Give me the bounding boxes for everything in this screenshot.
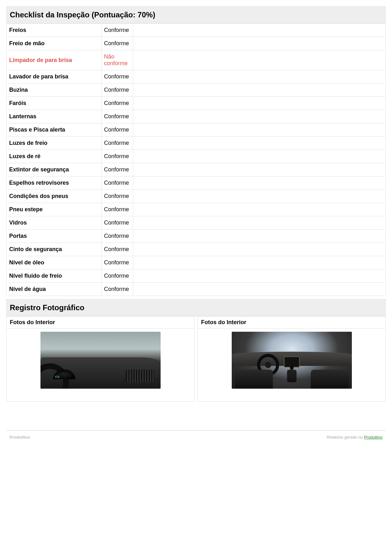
checklist-item-notes <box>133 256 386 269</box>
checklist-item-notes <box>133 137 386 150</box>
interior-photo-icon <box>232 332 352 389</box>
checklist-item-notes <box>133 190 386 203</box>
checklist-item-notes <box>133 123 386 137</box>
checklist-item-notes <box>133 176 386 190</box>
photo-title: Fotos do Interior <box>7 317 194 329</box>
photos-row: Fotos do Interior Fotos do Interior <box>6 316 386 402</box>
checklist-item-notes <box>133 243 386 256</box>
report-page: Checklist da Inspeção (Pontuação: 70%) F… <box>0 0 392 449</box>
checklist-item-notes <box>133 24 386 37</box>
checklist-item-name: Buzina <box>7 83 101 97</box>
checklist-row: Luzes de réConforme <box>7 150 386 163</box>
checklist-row: Limpador de para brisaNão conforme <box>7 50 386 70</box>
checklist-row: Piscas e Pisca alertaConforme <box>7 123 386 137</box>
checklist-row: BuzinaConforme <box>7 83 386 97</box>
footer-brand: Produttivo <box>9 435 30 440</box>
footer-generated: Relatório gerado no Produttivo <box>327 435 383 440</box>
checklist-item-status: Conforme <box>101 97 133 110</box>
checklist-item-status: Conforme <box>101 110 133 123</box>
checklist-row: Espelhos retrovisoresConforme <box>7 176 386 190</box>
checklist-item-notes <box>133 110 386 123</box>
photos-section: Registro Fotográfico Fotos do Interior F… <box>6 299 386 402</box>
checklist-item-status: Conforme <box>101 190 133 203</box>
checklist-item-status: Conforme <box>101 123 133 137</box>
checklist-row: FreiosConforme <box>7 24 386 37</box>
checklist-item-name: Piscas e Pisca alerta <box>7 123 101 137</box>
checklist-item-status: Conforme <box>101 243 133 256</box>
photos-header: Registro Fotográfico <box>6 299 386 316</box>
checklist-item-notes <box>133 216 386 230</box>
checklist-header: Checklist da Inspeção (Pontuação: 70%) <box>6 6 386 23</box>
checklist-row: Lavador de para brisaConforme <box>7 70 386 83</box>
checklist-item-name: Nível de óleo <box>7 256 101 269</box>
checklist-item-name: Condições dos pneus <box>7 190 101 203</box>
interior-photo-icon <box>40 332 161 389</box>
checklist-row: Nível de águaConforme <box>7 283 386 296</box>
checklist-item-name: Lavador de para brisa <box>7 70 101 83</box>
checklist-row: Nível fluido de freioConforme <box>7 269 386 283</box>
checklist-item-status: Não conforme <box>101 50 133 70</box>
checklist-row: Cinto de segurançaConforme <box>7 243 386 256</box>
checklist-row: VidrosConforme <box>7 216 386 230</box>
checklist-item-name: Cinto de segurança <box>7 243 101 256</box>
checklist-table: FreiosConformeFreio de mãoConformeLimpad… <box>6 23 386 296</box>
checklist-item-name: Vidros <box>7 216 101 230</box>
checklist-item-notes <box>133 37 386 50</box>
checklist-item-name: Luzes de ré <box>7 150 101 163</box>
checklist-item-name: Faróis <box>7 97 101 110</box>
checklist-row: Extintor de segurançaConforme <box>7 163 386 176</box>
checklist-item-status: Conforme <box>101 269 133 283</box>
checklist-item-notes <box>133 269 386 283</box>
report-footer: Produttivo Relatório gerado no Produttiv… <box>6 430 386 443</box>
checklist-row: FaróisConforme <box>7 97 386 110</box>
checklist-item-status: Conforme <box>101 24 133 37</box>
checklist-item-notes <box>133 230 386 243</box>
checklist-item-status: Conforme <box>101 216 133 230</box>
checklist-item-notes <box>133 150 386 163</box>
checklist-row: Condições dos pneusConforme <box>7 190 386 203</box>
checklist-item-notes <box>133 70 386 83</box>
checklist-item-status: Conforme <box>101 283 133 296</box>
checklist-item-notes <box>133 83 386 97</box>
checklist-row: PortasConforme <box>7 230 386 243</box>
checklist-row: Freio de mãoConforme <box>7 37 386 50</box>
checklist-item-name: Nível de água <box>7 283 101 296</box>
footer-link[interactable]: Produttivo <box>364 435 383 440</box>
checklist-item-name: Portas <box>7 230 101 243</box>
photo-body <box>7 329 194 401</box>
checklist-item-name: Extintor de segurança <box>7 163 101 176</box>
checklist-item-notes <box>133 97 386 110</box>
checklist-item-status: Conforme <box>101 70 133 83</box>
checklist-item-status: Conforme <box>101 83 133 97</box>
checklist-item-status: Conforme <box>101 137 133 150</box>
checklist-item-name: Freio de mão <box>7 37 101 50</box>
photo-body <box>198 329 385 401</box>
checklist-item-status: Conforme <box>101 203 133 216</box>
photo-cell: Fotos do Interior <box>198 316 386 402</box>
checklist-item-status: Conforme <box>101 256 133 269</box>
checklist-item-status: Conforme <box>101 230 133 243</box>
checklist-item-status: Conforme <box>101 176 133 190</box>
checklist-item-notes <box>133 163 386 176</box>
checklist-row: Luzes de freioConforme <box>7 137 386 150</box>
checklist-item-name: Espelhos retrovisores <box>7 176 101 190</box>
checklist-item-status: Conforme <box>101 163 133 176</box>
checklist-item-name: Limpador de para brisa <box>7 50 101 70</box>
checklist-row: Nível de óleoConforme <box>7 256 386 269</box>
footer-generated-prefix: Relatório gerado no <box>327 435 364 440</box>
checklist-item-notes <box>133 203 386 216</box>
checklist-row: LanternasConforme <box>7 110 386 123</box>
photo-cell: Fotos do Interior <box>6 316 194 402</box>
checklist-item-name: Luzes de freio <box>7 137 101 150</box>
checklist-item-name: Pneu estepe <box>7 203 101 216</box>
checklist-item-notes <box>133 50 386 70</box>
checklist-row: Pneu estepeConforme <box>7 203 386 216</box>
checklist-item-name: Lanternas <box>7 110 101 123</box>
checklist-item-status: Conforme <box>101 37 133 50</box>
checklist-item-name: Nível fluido de freio <box>7 269 101 283</box>
checklist-item-status: Conforme <box>101 150 133 163</box>
photo-title: Fotos do Interior <box>198 317 385 329</box>
checklist-item-name: Freios <box>7 24 101 37</box>
checklist-item-notes <box>133 283 386 296</box>
